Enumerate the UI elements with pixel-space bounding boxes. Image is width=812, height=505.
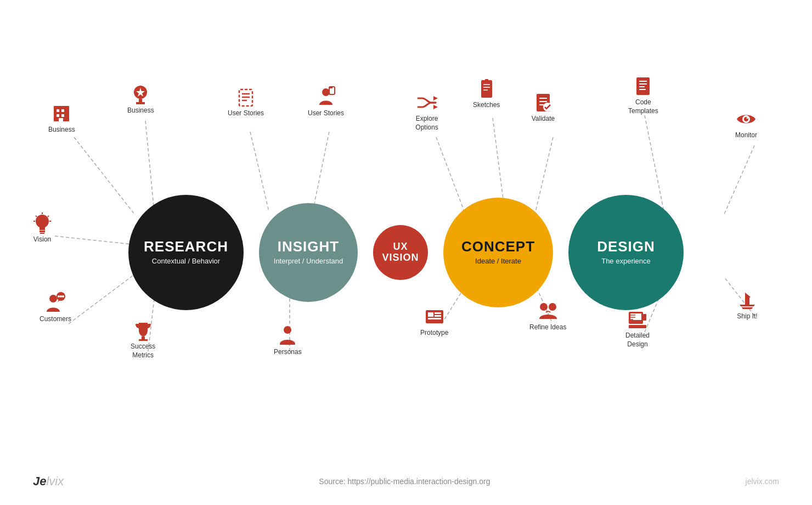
footer-brand: Jelvix (33, 474, 64, 489)
detailed-icon (625, 307, 650, 332)
svg-line-3 (69, 274, 134, 324)
footer-url: jelvix.com (746, 477, 779, 486)
svg-rect-19 (61, 109, 64, 112)
footer: Jelvix Source: https://public-media.inte… (0, 474, 812, 489)
user-stories-right-label: User Stories (308, 109, 344, 118)
satellite-customers: Customers (40, 291, 71, 324)
satellite-vision: Vision (30, 211, 54, 244)
ship-icon (735, 288, 759, 312)
svg-point-38 (62, 295, 64, 298)
svg-line-32 (36, 216, 37, 217)
monitor-icon (734, 107, 758, 131)
svg-point-37 (60, 295, 62, 298)
svg-point-36 (58, 295, 60, 298)
svg-rect-67 (428, 318, 441, 319)
refine-ideas-label: Refine Ideas (529, 323, 566, 332)
svg-point-50 (280, 340, 295, 345)
design-title: DESIGN (597, 239, 655, 255)
personas-label: Personas (274, 348, 302, 357)
research-title: RESEARCH (144, 239, 228, 255)
satellite-validate: Validate (531, 91, 555, 124)
sketches-label: Sketches (473, 101, 500, 110)
satellite-ship: Ship It! (735, 288, 759, 321)
trophy-icon (131, 318, 155, 343)
vision-label: Vision (33, 235, 51, 244)
ux-node: UXVISION (373, 225, 428, 280)
code-icon (631, 74, 655, 98)
insight-node: INSIGHT Interpret / Understand (259, 203, 358, 302)
userstories1-icon (234, 85, 258, 109)
user-stories-left-label: User Stories (228, 109, 264, 118)
satellite-code-templates: CodeTemplates (628, 74, 658, 115)
insight-title: INSIGHT (278, 239, 339, 255)
concept-title: CONCEPT (461, 239, 535, 255)
research-subtitle: Contextual / Behavior (152, 256, 220, 266)
satellite-sketches: Sketches (473, 77, 500, 110)
svg-rect-27 (40, 231, 45, 232)
validate-label: Validate (532, 115, 555, 124)
svg-rect-53 (481, 80, 492, 98)
svg-point-77 (747, 117, 748, 119)
svg-rect-28 (40, 233, 44, 234)
customers-icon (43, 291, 67, 315)
svg-rect-26 (136, 102, 145, 104)
satellite-business-award: Business (127, 82, 154, 115)
svg-rect-41 (139, 339, 148, 341)
business-building-label: Business (48, 126, 75, 134)
code-templates-label: CodeTemplates (628, 98, 658, 115)
award-icon (128, 82, 153, 106)
svg-rect-22 (59, 118, 63, 121)
svg-rect-85 (643, 314, 646, 321)
design-node: DESIGN The experience (568, 195, 684, 310)
detailed-design-label: DetailedDesign (625, 332, 650, 349)
design-subtitle: The experience (601, 256, 651, 266)
userstories2-icon (314, 85, 338, 109)
explore-options-label: ExploreOptions (415, 115, 438, 132)
building-icon (49, 102, 74, 126)
satellite-user-stories-right: User Stories (308, 85, 344, 118)
research-node: RESEARCH Contextual / Behavior (128, 195, 244, 310)
svg-line-0 (74, 137, 134, 214)
sketches-icon (475, 77, 499, 101)
prototype-label: Prototype (420, 329, 448, 338)
satellite-personas: Personas (274, 324, 302, 357)
concept-subtitle: Ideate / Iterate (475, 256, 521, 266)
svg-line-2 (55, 236, 132, 244)
customers-label: Customers (40, 315, 71, 324)
svg-rect-18 (57, 109, 59, 112)
svg-rect-66 (435, 315, 441, 317)
diagram-container: RESEARCH Contextual / Behavior INSIGHT I… (0, 0, 812, 505)
svg-rect-40 (142, 336, 145, 339)
svg-line-1 (145, 121, 154, 206)
concept-node: CONCEPT Ideate / Iterate (443, 198, 553, 307)
validate-icon (531, 91, 555, 115)
refine-icon (536, 299, 560, 323)
satellite-prototype: Prototype (420, 305, 448, 338)
svg-rect-20 (57, 114, 59, 117)
satellite-monitor: Monitor (734, 107, 758, 140)
satellite-success-metrics: SuccessMetrics (131, 318, 155, 360)
satellite-explore-options: ExploreOptions (415, 91, 439, 132)
svg-rect-54 (485, 79, 488, 81)
svg-marker-51 (433, 96, 438, 100)
svg-rect-65 (435, 312, 441, 314)
satellite-refine-ideas: Refine Ideas (529, 299, 566, 332)
success-metrics-label: SuccessMetrics (131, 343, 155, 360)
svg-point-68 (540, 303, 548, 311)
satellite-user-stories-left: User Stories (228, 85, 264, 118)
svg-rect-21 (61, 114, 64, 117)
ux-title: UXVISION (382, 242, 419, 263)
footer-brand-text: Je (33, 474, 46, 488)
footer-source: Source: https://public-media.interaction… (319, 477, 490, 486)
satellite-detailed-design: DetailedDesign (625, 307, 650, 349)
svg-point-49 (284, 326, 291, 334)
ship-label: Ship It! (737, 312, 757, 321)
svg-rect-84 (629, 325, 646, 328)
personas-icon (275, 324, 300, 348)
prototype-icon (422, 305, 447, 329)
svg-marker-52 (433, 105, 438, 109)
satellite-business-building: Business (48, 102, 75, 134)
insight-subtitle: Interpret / Understand (274, 256, 343, 266)
svg-point-46 (322, 88, 330, 96)
svg-point-69 (549, 303, 556, 311)
